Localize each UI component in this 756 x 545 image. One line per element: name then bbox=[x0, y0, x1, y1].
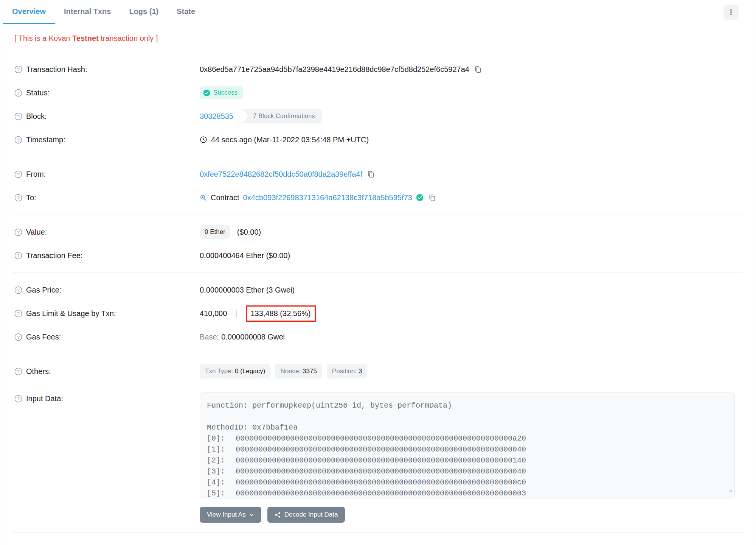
block-label: Block: bbox=[26, 112, 47, 121]
row-label: ? Value: bbox=[14, 228, 200, 237]
svg-text:?: ? bbox=[17, 311, 20, 316]
view-input-as-label: View Input As bbox=[207, 511, 246, 519]
help-icon[interactable]: ? bbox=[14, 367, 22, 375]
section-others-input: ? Others: Txn Type: 0 (Legacy) Nonce: 33… bbox=[3, 354, 753, 528]
position-key: Position: bbox=[332, 367, 357, 375]
position-badge: Position: 3 bbox=[327, 364, 367, 378]
tab-overview[interactable]: Overview bbox=[3, 0, 55, 24]
row-label: ? Status: bbox=[14, 89, 200, 97]
row-label: ? Gas Price: bbox=[14, 286, 200, 294]
divider bbox=[12, 533, 744, 533]
help-icon[interactable]: ? bbox=[14, 310, 22, 318]
block-confirmations-badge: 7 Block Confirmations bbox=[242, 109, 322, 123]
status-label: Status: bbox=[26, 89, 50, 97]
help-icon[interactable]: ? bbox=[14, 65, 22, 73]
gas-fees-base-label: Base: bbox=[200, 333, 219, 341]
svg-text:?: ? bbox=[17, 114, 20, 119]
row-label: ? Gas Limit & Usage by Txn: bbox=[14, 309, 200, 318]
verified-check-icon bbox=[416, 194, 424, 201]
block-number-link[interactable]: 30328535 bbox=[200, 112, 233, 121]
gas-usage-highlight-box: 133,488 (32.56%) bbox=[246, 305, 316, 322]
decode-input-data-label: Decode Input Data bbox=[284, 511, 338, 519]
help-icon[interactable]: ? bbox=[14, 228, 22, 236]
row-label: ? Transaction Fee: bbox=[14, 251, 200, 260]
tab-state[interactable]: State bbox=[168, 0, 204, 24]
transaction-hash-row: ? Transaction Hash: 0x86ed5a771e725aa94d… bbox=[14, 58, 742, 81]
tab-internal-txns[interactable]: Internal Txns bbox=[55, 0, 120, 24]
chevron-down-icon bbox=[249, 512, 254, 517]
section-hash-status-block-time: ? Transaction Hash: 0x86ed5a771e725aa94d… bbox=[3, 52, 753, 157]
section-value-fee: ? Value: 0 Ether ($0.00) ? Transaction F… bbox=[3, 215, 753, 272]
notice-prefix: [ This is a Kovan bbox=[14, 34, 72, 42]
gas-price-label: Gas Price: bbox=[26, 286, 61, 294]
svg-text:?: ? bbox=[17, 396, 20, 402]
input-word-line: [0]:000000000000000000000000000000000000… bbox=[207, 433, 728, 444]
input-function-line: Function: performUpkeep(uint256 id, byte… bbox=[207, 400, 728, 411]
gas-price-value: 0.000000003 Ether (3 Gwei) bbox=[200, 286, 295, 294]
help-icon[interactable]: ? bbox=[14, 286, 22, 294]
help-icon[interactable]: ? bbox=[14, 89, 22, 97]
check-circle-icon bbox=[203, 89, 210, 97]
gas-limit-usage-label: Gas Limit & Usage by Txn: bbox=[26, 309, 116, 318]
section-from-to: ? From: 0xfee7522e8482682cf50ddc50a0f8da… bbox=[3, 157, 753, 215]
gas-separator: | bbox=[235, 309, 237, 318]
status-row: ? Status: Success bbox=[14, 81, 742, 104]
input-data-textarea[interactable]: Function: performUpkeep(uint256 id, byte… bbox=[200, 392, 735, 498]
others-label: Others: bbox=[26, 367, 51, 376]
gas-limit-usage-row: ? Gas Limit & Usage by Txn: 410,000 | 13… bbox=[14, 302, 742, 325]
help-icon[interactable]: ? bbox=[14, 333, 22, 341]
tab-logs[interactable]: Logs (1) bbox=[120, 0, 168, 24]
gas-price-row: ? Gas Price: 0.000000003 Ether (3 Gwei) bbox=[14, 278, 742, 302]
to-row: ? To: Contract 0x4cb093f226983713164a621… bbox=[14, 186, 742, 209]
input-methodid-line: MethodID: 0x7bbaf1ea bbox=[207, 422, 728, 433]
to-address-link[interactable]: 0x4cb093f226983713164a62138c3f718a5b595f… bbox=[243, 193, 412, 202]
row-label: ? From: bbox=[14, 170, 200, 179]
timestamp-value: 44 secs ago (Mar-11-2022 03:54:48 PM +UT… bbox=[211, 135, 369, 144]
row-label: ? Others: bbox=[14, 367, 200, 376]
gas-limit-value: 410,000 bbox=[200, 309, 227, 318]
svg-text:?: ? bbox=[17, 287, 20, 293]
help-icon[interactable]: ? bbox=[14, 395, 22, 403]
resize-grip-icon[interactable] bbox=[727, 485, 733, 496]
row-label: ? Timestamp: bbox=[14, 135, 200, 144]
input-data-label: Input Data: bbox=[26, 394, 63, 403]
transaction-hash-label: Transaction Hash: bbox=[26, 65, 87, 74]
view-input-as-button[interactable]: View Input As bbox=[200, 507, 261, 523]
word-hex: 0000000000000000000000000000000000000000… bbox=[236, 488, 526, 498]
tab-bar: Overview Internal Txns Logs (1) State bbox=[3, 0, 753, 24]
status-value: Success bbox=[213, 89, 238, 97]
section-gas: ? Gas Price: 0.000000003 Ether (3 Gwei) … bbox=[3, 273, 753, 354]
transaction-fee-row: ? Transaction Fee: 0.000400464 Ether ($0… bbox=[14, 244, 742, 267]
help-icon[interactable]: ? bbox=[14, 136, 22, 144]
word-hex: 0000000000000000000000000000000000000000… bbox=[236, 433, 526, 444]
row-label: ? Gas Fees: bbox=[14, 333, 200, 341]
copy-icon[interactable] bbox=[428, 194, 436, 202]
from-address-link[interactable]: 0xfee7522e8482682cf50ddc50a0f8da2a39effa… bbox=[200, 170, 362, 179]
zoom-in-icon[interactable] bbox=[200, 194, 207, 201]
word-index: [3]: bbox=[207, 466, 236, 477]
decode-input-data-button[interactable]: Decode Input Data bbox=[267, 507, 345, 523]
help-icon[interactable]: ? bbox=[14, 112, 22, 120]
copy-icon[interactable] bbox=[367, 170, 375, 178]
help-icon[interactable]: ? bbox=[14, 252, 22, 260]
help-icon[interactable]: ? bbox=[14, 194, 22, 202]
status-badge: Success bbox=[200, 86, 243, 99]
value-usd: ($0.00) bbox=[237, 228, 261, 237]
input-word-line: [3]:000000000000000000000000000000000000… bbox=[207, 466, 728, 477]
to-label: To: bbox=[26, 193, 36, 202]
help-icon[interactable]: ? bbox=[14, 170, 22, 178]
others-row: ? Others: Txn Type: 0 (Legacy) Nonce: 33… bbox=[14, 360, 742, 383]
copy-icon[interactable] bbox=[474, 65, 482, 73]
transaction-hash-value: 0x86ed5a771e725aa94d5b7fa2398e4419e216d8… bbox=[200, 65, 469, 74]
timestamp-label: Timestamp: bbox=[26, 135, 65, 144]
blank-line bbox=[207, 411, 728, 422]
svg-text:?: ? bbox=[17, 67, 20, 72]
nonce-value: 3375 bbox=[303, 367, 317, 375]
svg-text:?: ? bbox=[17, 195, 20, 200]
from-row: ? From: 0xfee7522e8482682cf50ddc50a0f8da… bbox=[14, 162, 742, 186]
value-label: Value: bbox=[26, 228, 47, 237]
more-options-button[interactable] bbox=[723, 5, 739, 20]
txn-type-key: Txn Type: bbox=[205, 367, 233, 375]
input-word-line: [4]:000000000000000000000000000000000000… bbox=[207, 477, 728, 488]
kebab-menu-icon bbox=[728, 9, 734, 16]
